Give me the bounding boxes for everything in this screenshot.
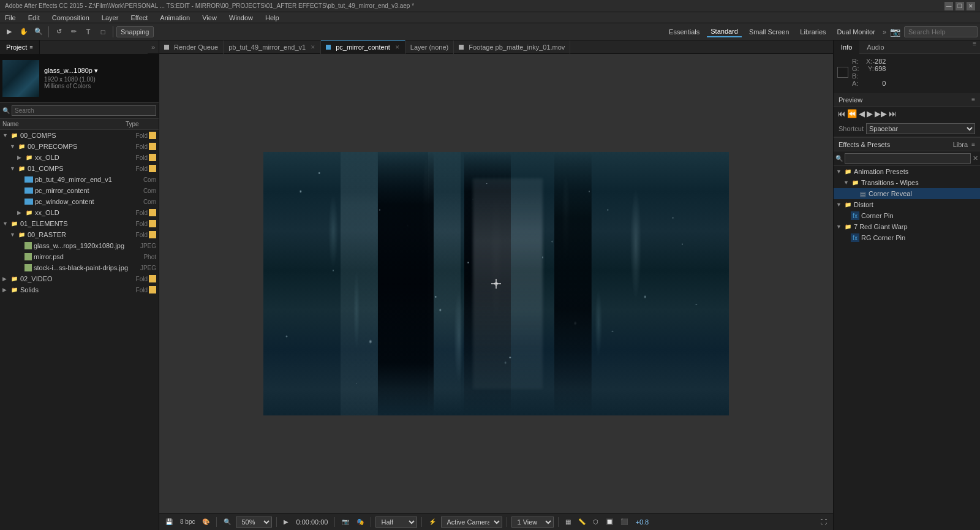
preview-prev-frame-btn[interactable]: ⏪ xyxy=(847,109,857,118)
preview-first-btn[interactable]: ⏮ xyxy=(837,109,845,118)
viewer-zoom-select[interactable]: 50% 100% 25% xyxy=(236,517,272,528)
tree-col-name-header[interactable]: Name xyxy=(2,121,126,127)
effects-rg-corner-pin[interactable]: fx RG Corner Pin xyxy=(834,232,980,243)
panel-expand-btn[interactable]: » xyxy=(148,44,159,51)
toolbar-pen-tool[interactable]: ✏ xyxy=(67,25,80,39)
effects-menu-icon[interactable]: ≡ xyxy=(971,141,975,148)
close-button[interactable]: ✕ xyxy=(967,2,975,10)
toolbar-select-tool[interactable]: ▶ xyxy=(2,25,16,39)
tree-item-xxold2[interactable]: ▶ 📁 xx_OLD Fold xyxy=(0,207,159,218)
viewer-bpc-btn[interactable]: 8 bpc xyxy=(178,517,197,526)
viewer-grid-btn[interactable]: ▦ xyxy=(563,517,573,526)
effects-transitions-wipes[interactable]: ▼ 📁 Transitions - Wipes xyxy=(834,177,980,188)
viewer-mask-btn[interactable]: ⬡ xyxy=(590,517,601,526)
tree-item-pcwindow[interactable]: pc_window_content Com xyxy=(0,196,159,207)
workspace-standard[interactable]: Standard xyxy=(707,26,742,37)
viewer-3d-btn[interactable]: ⬛ xyxy=(618,517,630,526)
workspace-smallscreen[interactable]: Small Screen xyxy=(745,27,793,37)
preview-play-back-btn[interactable]: ◀ xyxy=(859,109,865,118)
x-value: -282 xyxy=(872,58,886,65)
viewer-resolution-select[interactable]: Half Full Quarter xyxy=(375,517,417,528)
shortcut-select[interactable]: Spacebar Numpad 0 xyxy=(866,123,975,134)
tree-item-02video[interactable]: ▶ 📁 02_VIDEO Fold xyxy=(0,273,159,284)
project-search-input[interactable] xyxy=(12,105,156,116)
effects-corner-reveal[interactable]: ▤ Corner Reveal xyxy=(834,188,980,199)
tree-item-01comps[interactable]: ▼ 📁 01_COMPS Fold xyxy=(0,163,159,174)
toolbar-rotate-tool[interactable]: ↺ xyxy=(52,25,66,39)
info-menu-icon[interactable]: ≡ xyxy=(969,40,980,53)
tree-item-pbtut49[interactable]: pb_tut_49_mirror_end_v1 Com xyxy=(0,174,159,185)
composition-viewer[interactable] xyxy=(159,54,833,513)
effects-distort[interactable]: ▼ 📁 Distort xyxy=(834,199,980,210)
preview-play-forward-btn[interactable]: ▶▶ xyxy=(875,109,887,118)
project-filename[interactable]: glass_w...1080p ▾ xyxy=(44,67,98,75)
render-queue-tab[interactable]: Render Queue xyxy=(159,40,224,54)
effects-corner-pin[interactable]: fx Corner Pin xyxy=(834,210,980,221)
info-tab[interactable]: Info xyxy=(834,40,859,54)
toolbar-expand-icon[interactable]: » xyxy=(883,28,886,36)
tree-item-mirrorpsd[interactable]: mirror.psd Phot xyxy=(0,251,159,262)
viewer-render-btn[interactable]: 🔲 xyxy=(603,517,616,526)
menu-help[interactable]: Help xyxy=(263,14,282,21)
viewer-show-channel-btn[interactable]: 🎭 xyxy=(354,517,366,526)
tree-item-glassjpg[interactable]: glass_w...rops_1920x1080.jpg JPEG xyxy=(0,240,159,251)
pb-tut-comp-tab[interactable]: pb_tut_49_mirror_end_v1 ✕ xyxy=(224,40,321,54)
preview-last-btn[interactable]: ⏭ xyxy=(889,109,897,118)
viewer-zoom-out-btn[interactable]: 🔍 xyxy=(221,517,233,526)
tree-item-stockjpg[interactable]: stock-i...ss-black-paint-drips.jpg JPEG xyxy=(0,262,159,273)
viewer-save-frame-btn[interactable]: 💾 xyxy=(163,517,175,526)
toolbar-text-tool[interactable]: T xyxy=(81,25,95,39)
tree-item-solids[interactable]: ▶ 📁 Solids Fold xyxy=(0,284,159,295)
toolbar-zoom-tool[interactable]: 🔍 xyxy=(32,25,45,39)
audio-tab[interactable]: Audio xyxy=(859,40,891,54)
effects-lib-btn[interactable]: Libra xyxy=(953,141,968,148)
workspace-dualmonitor[interactable]: Dual Monitor xyxy=(834,27,879,37)
search-input[interactable] xyxy=(904,26,978,37)
footage-tab[interactable]: Footage pb_matte_inky_01.mov xyxy=(454,40,570,54)
snapping-label[interactable]: Snapping xyxy=(116,26,154,37)
menu-animation[interactable]: Animation xyxy=(157,14,192,21)
preview-menu-icon[interactable]: ≡ xyxy=(971,96,975,103)
menu-file[interactable]: File xyxy=(2,14,18,21)
viewer-camera-select[interactable]: Active Camera xyxy=(441,517,502,528)
tree-item-xxold[interactable]: ▶ 📁 xx_OLD Fold xyxy=(0,152,159,163)
viewer-ruler-btn[interactable]: 📏 xyxy=(576,517,588,526)
tree-item-00comps[interactable]: ▼ 📁 00_COMPS Fold xyxy=(0,130,159,141)
effects-search-clear[interactable]: ✕ xyxy=(973,154,978,162)
viewer-color-mgmt-btn[interactable]: 🎨 xyxy=(200,517,212,526)
layer-tab[interactable]: Layer (none) xyxy=(405,40,454,54)
tree-item-01elements[interactable]: ▼ 📁 01_ELEMENTS Fold xyxy=(0,218,159,229)
maximize-button[interactable]: ❐ xyxy=(956,2,964,10)
menu-edit[interactable]: Edit xyxy=(26,14,42,21)
comp-tab-0-close[interactable]: ✕ xyxy=(311,44,315,50)
tree-item-00precomps[interactable]: ▼ 📁 00_PRECOMPS Fold xyxy=(0,141,159,152)
tab-project[interactable]: Project ≡ xyxy=(0,40,40,54)
tree-label-xxold: xx_OLD xyxy=(35,154,134,161)
viewer-fast-preview-btn[interactable]: ⚡ xyxy=(426,517,439,526)
menu-window[interactable]: Window xyxy=(227,14,255,21)
pc-mirror-comp-tab[interactable]: pc_mirror_content ✕ xyxy=(321,40,405,54)
viewer-views-select[interactable]: 1 View 2 Views xyxy=(511,517,554,528)
color-swatch[interactable] xyxy=(837,67,848,78)
menu-layer[interactable]: Layer xyxy=(99,14,121,21)
effects-red-giant-warp[interactable]: ▼ 📁 7 Red Giant Warp xyxy=(834,221,980,232)
preview-panel: Preview ≡ ⏮ ⏪ ◀ ▶ ▶▶ ⏭ Shortcut Spacebar… xyxy=(834,93,980,138)
menu-effect[interactable]: Effect xyxy=(128,14,150,21)
toolbar-shape-tool[interactable]: □ xyxy=(96,25,110,39)
viewer-play-btn[interactable]: ▶ xyxy=(281,517,291,526)
menu-composition[interactable]: Composition xyxy=(50,14,92,21)
workspace-libraries[interactable]: Libraries xyxy=(796,27,829,37)
effects-animation-presets[interactable]: ▼ 📁 Animation Presets xyxy=(834,166,980,177)
workspace-essentials[interactable]: Essentials xyxy=(665,27,703,37)
menu-view[interactable]: View xyxy=(200,14,219,21)
tree-item-pcmirror[interactable]: pc_mirror_content Com xyxy=(0,185,159,196)
viewer-snapshot-btn[interactable]: 📷 xyxy=(339,517,352,526)
effects-search-input[interactable]: corner xyxy=(845,153,971,164)
comp-tab-1-close[interactable]: ✕ xyxy=(395,44,400,50)
toolbar-hand-tool[interactable]: ✋ xyxy=(17,25,31,39)
preview-play-btn[interactable]: ▶ xyxy=(867,109,873,118)
tree-col-type-header: Type xyxy=(126,121,156,127)
minimize-button[interactable]: — xyxy=(944,2,953,10)
viewer-fullscreen-btn[interactable]: ⛶ xyxy=(818,517,829,526)
tree-item-00raster[interactable]: ▼ 📁 00_RASTER Fold xyxy=(0,229,159,240)
